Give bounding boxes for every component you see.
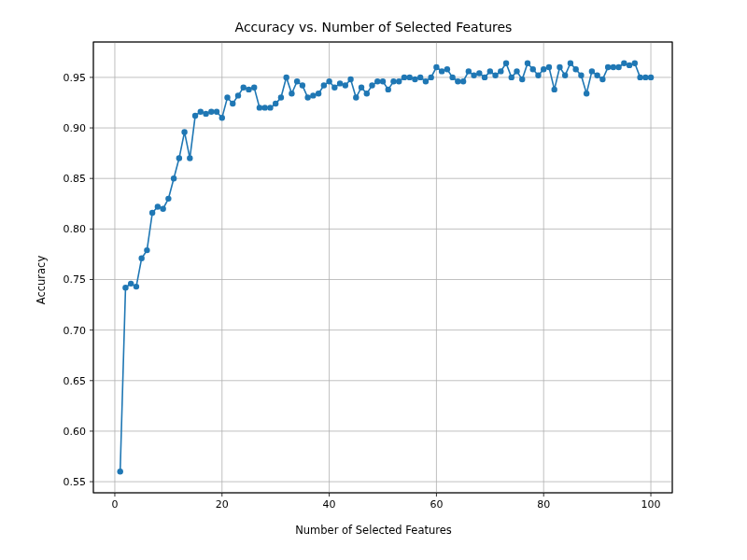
data-point: [359, 85, 364, 91]
data-point: [514, 68, 519, 74]
data-point: [423, 78, 429, 84]
data-point: [530, 66, 536, 72]
data-point: [283, 75, 289, 80]
data-point: [316, 91, 321, 96]
data-point: [321, 82, 327, 88]
x-tick-label: 60: [430, 498, 443, 511]
data-point: [273, 101, 278, 106]
data-point: [578, 73, 584, 78]
data-point: [562, 73, 568, 78]
x-tick-label: 20: [216, 498, 229, 511]
data-point: [347, 77, 353, 82]
data-point: [203, 111, 208, 117]
data-point: [412, 77, 417, 82]
data-point: [546, 64, 552, 70]
data-point: [134, 284, 139, 289]
y-tick-label: 0.60: [63, 426, 87, 438]
data-point: [433, 64, 439, 70]
data-point: [326, 78, 331, 84]
data-point: [171, 175, 176, 181]
data-point: [444, 66, 450, 72]
x-tick-label: 80: [537, 498, 550, 511]
x-tick-label: 100: [641, 498, 661, 511]
data-point: [198, 109, 204, 115]
data-point: [176, 155, 182, 161]
data-point: [214, 109, 219, 115]
data-point: [300, 82, 305, 88]
data-point: [498, 68, 503, 74]
data-point: [144, 247, 149, 253]
data-point: [637, 75, 642, 80]
data-point: [599, 77, 605, 82]
data-point: [262, 105, 268, 110]
data-point: [632, 61, 638, 66]
data-point: [241, 85, 247, 91]
data-point: [396, 78, 402, 84]
data-point: [509, 75, 514, 80]
data-point: [584, 91, 589, 96]
y-tick-label: 0.75: [63, 273, 87, 286]
y-tick-label: 0.95: [63, 72, 87, 84]
data-point: [294, 78, 300, 84]
data-point: [594, 73, 599, 78]
data-point: [353, 94, 359, 100]
data-point: [568, 61, 573, 66]
y-tick-label: 0.80: [63, 223, 87, 235]
data-point: [364, 91, 370, 96]
data-point: [380, 78, 386, 84]
chart-plot: 0204060801000.550.600.650.700.750.800.85…: [0, 0, 747, 560]
data-point: [246, 87, 251, 92]
data-point: [572, 66, 578, 72]
data-point: [343, 82, 348, 88]
y-tick-label: 0.65: [63, 375, 87, 387]
y-tick-label: 0.90: [63, 122, 87, 134]
data-point: [439, 68, 444, 74]
data-point: [235, 92, 241, 98]
data-point: [386, 87, 391, 92]
data-point: [267, 105, 273, 110]
data-point: [219, 115, 225, 120]
plot-frame: [93, 42, 672, 493]
data-point: [615, 64, 621, 70]
x-tick-label: 0: [111, 498, 118, 511]
data-point: [165, 196, 171, 202]
data-point: [208, 109, 214, 115]
data-point: [525, 61, 530, 66]
data-point: [257, 105, 262, 110]
data-point: [149, 210, 155, 216]
data-point: [181, 129, 187, 134]
data-point: [369, 82, 374, 88]
y-tick-label: 0.70: [63, 325, 87, 337]
data-point: [611, 64, 616, 70]
data-point: [642, 75, 648, 80]
data-point: [304, 94, 310, 100]
data-point: [605, 64, 611, 70]
data-point: [278, 94, 284, 100]
data-point: [627, 63, 632, 68]
data-point: [417, 75, 423, 80]
data-point: [402, 75, 407, 80]
x-tick-label: 40: [323, 498, 336, 511]
data-point: [310, 92, 316, 98]
data-point: [118, 469, 123, 474]
data-point: [487, 68, 493, 74]
data-point: [648, 75, 654, 80]
data-point: [374, 78, 380, 84]
chart-figure: Accuracy vs. Number of Selected Features…: [0, 0, 747, 560]
data-point: [492, 73, 498, 78]
data-point: [337, 80, 343, 86]
data-point: [541, 66, 546, 72]
data-point: [449, 75, 455, 80]
data-point: [589, 68, 595, 74]
data-point: [519, 77, 525, 82]
data-point: [503, 61, 509, 66]
data-point: [471, 73, 476, 78]
data-point: [482, 75, 487, 80]
data-point: [535, 73, 541, 78]
data-point: [251, 85, 257, 91]
data-point: [476, 70, 482, 76]
data-point: [155, 203, 161, 209]
data-point: [128, 281, 134, 287]
data-point: [407, 75, 413, 80]
y-tick-label: 0.55: [63, 476, 87, 488]
